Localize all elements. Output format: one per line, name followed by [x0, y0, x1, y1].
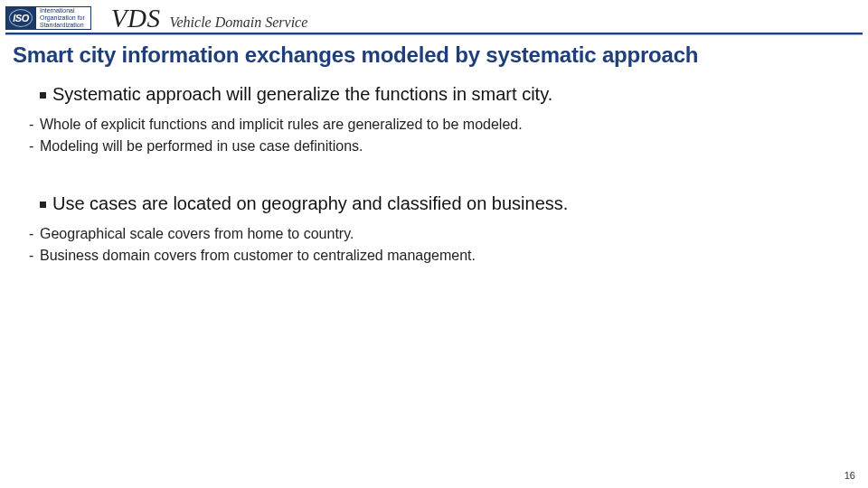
list-item: - Business domain covers from customer t…	[40, 245, 868, 267]
section-heading-1-text: Systematic approach will generalize the …	[52, 84, 552, 105]
vds-abbrev: VDS	[111, 4, 161, 33]
section-heading-1: Systematic approach will generalize the …	[40, 84, 868, 105]
list-item: - Geographical scale covers from home to…	[40, 223, 868, 245]
slide-header: ISO International Organization for Stand…	[0, 0, 868, 33]
list-item: - Whole of explicit functions and implic…	[40, 114, 868, 136]
list-item-text: Modeling will be performed in use case d…	[40, 136, 363, 157]
iso-org-text: International Organization for Standardi…	[36, 6, 91, 30]
list-item-text: Business domain covers from customer to …	[40, 245, 476, 267]
slide-title: Smart city information exchanges modeled…	[0, 35, 868, 84]
iso-mark-text: ISO	[13, 13, 28, 23]
iso-globe-icon: ISO	[5, 6, 36, 30]
square-bullet-icon	[40, 202, 46, 208]
list-item-text: Whole of explicit functions and implicit…	[40, 114, 523, 136]
vds-title-block: VDS Vehicle Domain Service	[111, 4, 308, 33]
sub-list-2: - Geographical scale covers from home to…	[40, 223, 868, 267]
section-heading-2: Use cases are located on geography and c…	[40, 193, 868, 214]
dash-bullet-icon: -	[29, 136, 40, 157]
list-item-text: Geographical scale covers from home to c…	[40, 223, 354, 245]
vds-full-name: Vehicle Domain Service	[169, 14, 307, 31]
dash-bullet-icon: -	[29, 245, 40, 267]
square-bullet-icon	[40, 92, 46, 99]
slide-content: Systematic approach will generalize the …	[0, 84, 868, 267]
iso-line1: International	[40, 7, 85, 14]
iso-line3: Standardization	[40, 22, 85, 29]
section-heading-2-text: Use cases are located on geography and c…	[52, 193, 568, 214]
dash-bullet-icon: -	[29, 114, 40, 136]
iso-logo: ISO International Organization for Stand…	[5, 5, 91, 31]
dash-bullet-icon: -	[29, 223, 40, 245]
iso-line2: Organization for	[40, 14, 85, 22]
list-item: - Modeling will be performed in use case…	[40, 136, 868, 157]
sub-list-1: - Whole of explicit functions and implic…	[40, 114, 868, 157]
page-number: 16	[844, 470, 855, 481]
